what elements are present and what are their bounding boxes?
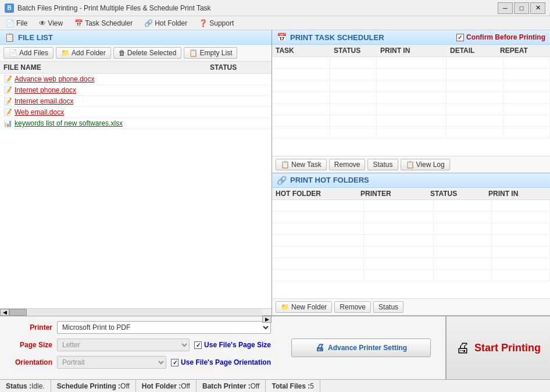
docx-icon: 📝 [3, 75, 12, 83]
menu-hot-folder[interactable]: 🔗 Hot Folder [141, 18, 191, 28]
hot-folder-menu-icon: 🔗 [144, 19, 153, 27]
advance-printer-icon: 🖨 [315, 343, 324, 353]
scrollbar-track [9, 309, 262, 316]
schedule-value: Off [120, 382, 130, 390]
support-menu-label: Support [209, 19, 234, 27]
hot-folder-header-icon: 🔗 [277, 176, 287, 185]
use-file-page-size-label[interactable]: ✓ Use File's Page Size [194, 341, 271, 349]
view-log-icon: 📋 [406, 161, 415, 169]
printer-select[interactable]: Microsoft Print to PDF [57, 321, 271, 334]
file-toolbar: 📄 Add Files 📁 Add Folder 🗑 Delete Select… [0, 45, 272, 62]
table-row [272, 212, 550, 223]
table-row [272, 127, 550, 138]
status-item-total-files: Total Files : 5 [266, 380, 320, 392]
support-menu-icon: ❓ [199, 19, 208, 27]
schedule-label: Schedule Printing : [57, 382, 120, 390]
table-row [272, 258, 550, 270]
add-folder-icon: 📁 [61, 49, 70, 57]
table-row [272, 115, 550, 127]
menu-file[interactable]: 📄 File [2, 18, 31, 28]
page-size-label: Page Size [6, 341, 52, 349]
advance-printer-setting-button[interactable]: 🖨 Advance Printer Setting [291, 338, 431, 357]
menu-support[interactable]: ❓ Support [195, 18, 237, 28]
add-folder-label: Add Folder [72, 49, 106, 57]
file-name-text[interactable]: keywords list of new softwares.xlsx [15, 119, 268, 127]
delete-selected-button[interactable]: 🗑 Delete Selected [113, 47, 182, 59]
empty-list-button[interactable]: 📋 Empty List [184, 47, 237, 59]
hot-folder-value: Off [181, 382, 190, 390]
docx-icon: 📝 [3, 108, 12, 116]
task-scheduler-header: 📅 PRINT TASK SCHEDULER ✓ Confirm Before … [272, 30, 550, 45]
use-file-orientation-label[interactable]: ✓ Use File's Page Orientation [171, 358, 271, 366]
page-size-checkbox[interactable]: ✓ [194, 341, 202, 349]
task-status-button[interactable]: Status [367, 159, 398, 170]
page-size-select[interactable]: Letter [57, 338, 190, 351]
table-row [272, 223, 550, 235]
task-col-detail: DETAIL [450, 47, 500, 55]
new-folder-button[interactable]: 📁 New Folder [276, 301, 332, 313]
app-icon: B [5, 3, 14, 13]
close-button[interactable]: ✕ [530, 2, 545, 14]
list-item[interactable]: 📊 keywords list of new softwares.xlsx [0, 118, 272, 129]
file-name-text[interactable]: Advance web phone.docx [15, 75, 268, 83]
hot-grid-content [272, 200, 550, 299]
title-bar-text: Batch Files Printing - Print Multiple Fi… [17, 4, 211, 12]
scrollbar-thumb[interactable] [9, 309, 27, 316]
status-item-hot-folder: Hot Folder : Off [136, 380, 197, 392]
new-task-icon: 📋 [281, 161, 290, 169]
menu-view[interactable]: 👁 View [35, 18, 66, 28]
horizontal-scrollbar[interactable]: ◀ ▶ [0, 308, 272, 315]
task-scheduler-menu-label: Task Scheduler [85, 19, 133, 27]
hot-col-printer: PRINTER [360, 190, 430, 198]
status-label: Status : [6, 382, 31, 390]
title-bar: B Batch Files Printing - Print Multiple … [0, 0, 550, 16]
main-content: 📋 FILE LIST 📄 Add Files 📁 Add Folder 🗑 D… [0, 30, 550, 315]
file-list-content: 📝 Advance web phone.docx 📝 Internet phon… [0, 74, 272, 308]
file-name-text[interactable]: Web email.docx [15, 108, 268, 116]
start-printing-button[interactable]: 🖨 Start Printing [445, 316, 550, 379]
task-remove-button[interactable]: Remove [329, 159, 366, 170]
scroll-left-arrow[interactable]: ◀ [0, 309, 9, 316]
confirm-checkbox[interactable]: ✓ [456, 34, 464, 41]
file-list-header-icon: 📋 [5, 33, 15, 42]
new-task-button[interactable]: 📋 New Task [276, 159, 327, 170]
file-name-text[interactable]: Internet phone.docx [15, 86, 268, 94]
list-item[interactable]: 📝 Internet email.docx [0, 96, 272, 107]
list-item[interactable]: 📝 Internet phone.docx [0, 85, 272, 96]
minimize-button[interactable]: ─ [498, 2, 513, 14]
page-size-setting-row: Page Size Letter ✓ Use File's Page Size [6, 338, 271, 351]
task-toolbar: 📋 New Task Remove Status 📋 View Log [272, 156, 550, 173]
menu-task-scheduler[interactable]: 📅 Task Scheduler [71, 18, 136, 28]
orientation-select[interactable]: Portrait [57, 356, 166, 369]
maximize-button[interactable]: □ [514, 2, 529, 14]
table-row [272, 69, 550, 80]
status-item-schedule: Schedule Printing : Off [51, 380, 136, 392]
list-item[interactable]: 📝 Web email.docx [0, 107, 272, 118]
scroll-right-arrow[interactable]: ▶ [262, 316, 272, 323]
hot-remove-button[interactable]: Remove [334, 301, 371, 313]
hot-status-button[interactable]: Status [373, 301, 403, 313]
task-col-print-in: PRINT IN [380, 47, 450, 55]
orientation-checkbox[interactable]: ✓ [171, 359, 178, 366]
hot-remove-label: Remove [340, 303, 366, 311]
add-files-button[interactable]: 📄 Add Files [3, 47, 53, 59]
hot-folders-title: PRINT HOT FOLDERS [290, 176, 369, 184]
settings-left: Printer Microsoft Print to PDF Page Size… [0, 316, 277, 379]
file-menu-icon: 📄 [6, 19, 15, 27]
new-folder-icon: 📁 [281, 303, 290, 311]
list-item[interactable]: 📝 Advance web phone.docx [0, 74, 272, 85]
advance-printer-label: Advance Printer Setting [328, 344, 407, 352]
table-row [272, 270, 550, 281]
add-folder-button[interactable]: 📁 Add Folder [56, 47, 111, 59]
table-row [272, 200, 550, 212]
table-row [272, 104, 550, 115]
add-files-label: Add Files [19, 49, 48, 57]
view-log-button[interactable]: 📋 View Log [401, 159, 450, 170]
file-name-text[interactable]: Internet email.docx [15, 97, 268, 105]
table-row [272, 57, 550, 69]
task-status-label: Status [373, 161, 392, 169]
task-col-status: STATUS [334, 47, 380, 55]
task-remove-label: Remove [334, 161, 360, 169]
status-item-batch-printer: Batch Printer : Off [197, 380, 266, 392]
hot-toolbar: 📁 New Folder Remove Status [272, 298, 550, 315]
